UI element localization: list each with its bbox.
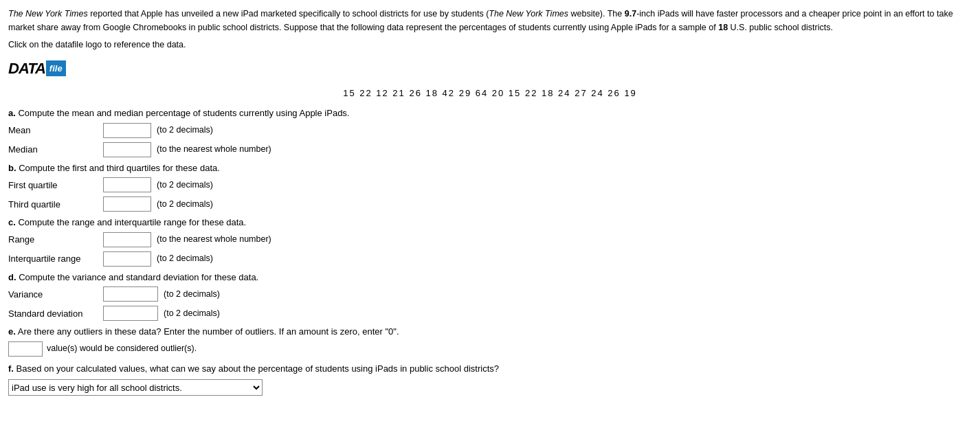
mean-hint: (to 2 decimals) [157,124,213,137]
datafile-logo[interactable]: DATA file [8,57,972,80]
iqr-input[interactable] [103,251,151,267]
intro-paragraph: The New York Times reported that Apple h… [8,7,972,34]
q3-label: Third quartile [8,198,98,212]
q1-hint: (to 2 decimals) [157,179,213,192]
file-box: file [46,60,66,77]
iqr-hint: (to 2 decimals) [157,252,213,265]
q1-input[interactable] [103,177,151,192]
median-row: Median (to the nearest whole number) [8,142,972,157]
range-label: Range [8,233,98,247]
mean-input[interactable] [103,123,151,138]
range-row: Range (to the nearest whole number) [8,232,972,247]
q3-row: Third quartile (to 2 decimals) [8,196,972,212]
q3-input[interactable] [103,196,151,212]
mean-row: Mean (to 2 decimals) [8,123,972,138]
section-f-label: f. Based on your calculated values, what… [8,362,972,376]
sd-hint: (to 2 decimals) [164,307,220,320]
outlier-input[interactable] [8,341,43,357]
q1-row: First quartile (to 2 decimals) [8,177,972,192]
sd-input[interactable] [103,306,158,321]
sd-row: Standard deviation (to 2 decimals) [8,306,972,321]
q1-label: First quartile [8,179,98,192]
section-a-label: a. Compute the mean and median percentag… [8,106,972,120]
variance-label: Variance [8,288,98,302]
variance-input[interactable] [103,286,158,302]
range-input[interactable] [103,232,151,247]
section-e-label: e. Are there any outliers in these data?… [8,325,972,339]
outlier-row: value(s) would be considered outlier(s). [8,341,972,357]
section-d-label: d. Compute the variance and standard dev… [8,271,972,284]
dropdown-row: iPad use is very high for all school dis… [8,379,972,396]
median-input[interactable] [103,142,151,157]
median-hint: (to the nearest whole number) [157,143,271,156]
range-hint: (to the nearest whole number) [157,233,271,246]
mean-label: Mean [8,124,98,137]
sd-label: Standard deviation [8,307,98,321]
iqr-row: Interquartile range (to 2 decimals) [8,251,972,267]
outlier-suffix: value(s) would be considered outlier(s). [47,342,197,355]
click-instruction: Click on the datafile logo to reference … [8,38,972,52]
data-word: DATA [8,57,45,80]
q3-hint: (to 2 decimals) [157,198,213,211]
iqr-label: Interquartile range [8,252,98,266]
variance-hint: (to 2 decimals) [164,288,220,301]
section-b-label: b. Compute the first and third quartiles… [8,161,972,175]
variance-row: Variance (to 2 decimals) [8,286,972,302]
data-numbers: 15 22 12 21 26 18 42 29 64 20 15 22 18 2… [8,87,972,100]
section-c-label: c. Compute the range and interquartile r… [8,216,972,229]
median-label: Median [8,143,98,157]
conclusion-dropdown[interactable]: iPad use is very high for all school dis… [8,379,263,396]
